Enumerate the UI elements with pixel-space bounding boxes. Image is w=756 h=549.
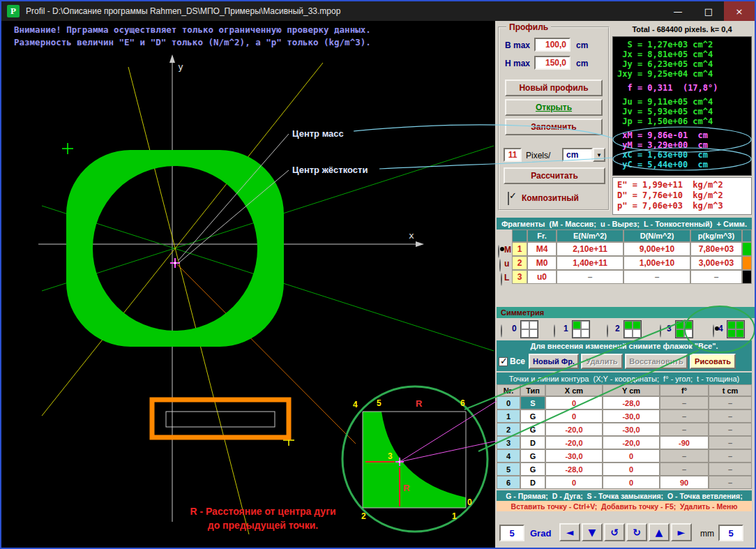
symmetry-options: 0 1 2 3 4	[495, 318, 755, 340]
symmetry-radio-4[interactable]	[713, 324, 714, 338]
pixels-field[interactable]: 11	[504, 148, 522, 162]
restore-button[interactable]: Восстановить	[625, 354, 688, 369]
point-row-3-t[interactable]: –	[709, 436, 752, 449]
point-row-6-nr[interactable]: 6	[497, 476, 520, 489]
draw-button[interactable]: Рисовать	[690, 354, 736, 369]
rotate-left-step-button[interactable]: ◄	[559, 523, 580, 541]
point-row-2-f[interactable]: –	[660, 423, 709, 436]
point-row-0-t[interactable]: –	[709, 396, 752, 409]
calculate-button[interactable]: Рассчитать	[504, 167, 605, 184]
point-row-2-t[interactable]: –	[709, 423, 752, 436]
fragment-row-1-p[interactable]: 7,80e+03	[690, 242, 742, 256]
fragment-type-radio-L[interactable]	[501, 273, 502, 286]
new-profile-button[interactable]: Новый профиль	[505, 80, 603, 96]
symmetry-radio-3[interactable]	[660, 324, 661, 338]
point-row-0-type[interactable]: S	[520, 396, 545, 409]
open-button[interactable]: Открыть	[505, 99, 603, 116]
point-row-3-nr[interactable]: 3	[497, 436, 520, 449]
point-row-5-t[interactable]: –	[709, 462, 752, 476]
point-row-5-y[interactable]: 0	[603, 462, 660, 476]
point-row-3-y[interactable]: -20,0	[603, 436, 660, 449]
point-row-6-x[interactable]: 0	[545, 476, 603, 489]
point-row-3-type[interactable]: D	[520, 436, 545, 449]
drawing-canvas[interactable]: Внимание! Прграмма осуществляет только о…	[1, 21, 495, 548]
mm-step-field[interactable]: 5	[718, 525, 743, 541]
rotate-right-step-button[interactable]: ►	[671, 523, 692, 541]
point-row-5-type[interactable]: G	[520, 462, 545, 476]
point-row-1-type[interactable]: G	[520, 409, 545, 423]
all-checkbox[interactable]	[499, 357, 508, 366]
point-row-4-x[interactable]: -30,0	[545, 449, 603, 462]
fragment-row-3-d[interactable]: –	[623, 270, 690, 284]
point-row-3-x[interactable]: -20,0	[545, 436, 603, 449]
symmetry-radio-2[interactable]	[607, 324, 608, 338]
point-row-6-type[interactable]: D	[520, 476, 545, 489]
point-row-5-f[interactable]: –	[660, 462, 709, 476]
point-row-4-t[interactable]: –	[709, 449, 752, 462]
point-row-1-f[interactable]: –	[660, 409, 709, 423]
bmax-field[interactable]: 100,0	[534, 38, 570, 52]
move-up-button[interactable]: ▲	[649, 523, 670, 541]
point-row-4-type[interactable]: G	[520, 449, 545, 462]
fragment-row-2-d[interactable]: 1,00e+10	[623, 256, 690, 270]
point-row-0-f[interactable]: –	[660, 396, 709, 409]
point-row-0-y[interactable]: -28,0	[603, 396, 660, 409]
symmetry-radio-1[interactable]	[554, 324, 555, 338]
fragment-row-1-d[interactable]: 9,00e+10	[623, 242, 690, 256]
unit-select[interactable]: cm	[562, 148, 593, 162]
point-row-6-y[interactable]: 0	[603, 476, 660, 489]
close-button[interactable]: ×	[724, 1, 755, 21]
fragment-type-radio-M[interactable]	[498, 245, 499, 258]
new-fragment-button[interactable]: Новый Фр.	[529, 354, 579, 369]
unit-select-arrow-icon[interactable]: ▼	[593, 148, 605, 162]
point-row-3-f[interactable]: -90	[660, 436, 709, 449]
point-row-4-y[interactable]: 0	[603, 449, 660, 462]
fragment-row-3-e[interactable]: –	[557, 270, 623, 284]
warning-line-1: Внимание! Прграмма осуществляет только о…	[14, 24, 371, 35]
point-row-1-x[interactable]: 0	[545, 409, 603, 423]
symmetry-radio-0[interactable]	[501, 324, 502, 338]
profile-groupbox: Профиль B max 100,0 cm H max 150,0 cm Но…	[498, 27, 610, 211]
move-down-button[interactable]: ▼	[582, 523, 603, 541]
fragment-row-1-fr[interactable]: M4	[527, 242, 557, 256]
minimize-button[interactable]: —	[663, 1, 693, 21]
point-row-1-t[interactable]: –	[709, 409, 752, 423]
point-row-1-nr[interactable]: 1	[497, 409, 520, 423]
point-row-5-x[interactable]: -28,0	[545, 462, 603, 476]
point-row-0-nr[interactable]: 0	[497, 396, 520, 409]
point-row-4-f[interactable]: –	[660, 449, 709, 462]
grad-step-field[interactable]: 5	[499, 525, 524, 541]
result-D: D" = 7,76e+10 kg/m^2	[617, 190, 747, 201]
fragment-row-2-p[interactable]: 3,00e+03	[690, 256, 742, 270]
point-row-6-t[interactable]: –	[709, 476, 752, 489]
rotate-ccw-button[interactable]: ↺	[604, 523, 625, 541]
rotate-cw-button[interactable]: ↻	[626, 523, 647, 541]
point-row-0-x[interactable]: 0	[545, 396, 603, 409]
fragment-type-radio-u[interactable]	[499, 259, 501, 272]
fragment-row-3-fr[interactable]: u0	[527, 270, 557, 284]
point-row-6-f[interactable]: 90	[660, 476, 709, 489]
fragment-row-3-p[interactable]: –	[690, 270, 742, 284]
fragment-row-1-e[interactable]: 2,10e+11	[557, 242, 623, 256]
fragment-row-2-fr[interactable]: M0	[527, 256, 557, 270]
point-row-2-y[interactable]: -30,0	[603, 423, 660, 436]
delete-button[interactable]: Удалить	[581, 354, 623, 369]
point-row-2-type[interactable]: G	[520, 423, 545, 436]
point-row-1-y[interactable]: -30,0	[603, 409, 660, 423]
maximize-button[interactable]: □	[693, 1, 724, 21]
fragment-row-1-nr[interactable]: 1	[512, 242, 527, 256]
point-row-4-nr[interactable]: 4	[497, 449, 520, 462]
fragment-row-3-nr[interactable]: 3	[512, 270, 527, 284]
point-row-5-nr[interactable]: 5	[497, 462, 520, 476]
fragments-col-d: D(N/m^2)	[623, 230, 690, 242]
fragment-row-2-nr[interactable]: 2	[512, 256, 527, 270]
detail-point-5: 5	[377, 398, 381, 408]
point-row-2-x[interactable]: -20,0	[545, 423, 603, 436]
hmax-field[interactable]: 150,0	[534, 56, 570, 70]
composite-checkbox[interactable]	[508, 192, 509, 205]
point-row-2-nr[interactable]: 2	[497, 423, 520, 436]
fragment-row-2-e[interactable]: 1,40e+11	[557, 256, 623, 270]
save-button[interactable]: Запомнить	[505, 119, 603, 135]
drawing-area[interactable]: Внимание! Прграмма осуществляет только о…	[1, 21, 495, 548]
points-col-y: Y cm	[603, 384, 660, 396]
